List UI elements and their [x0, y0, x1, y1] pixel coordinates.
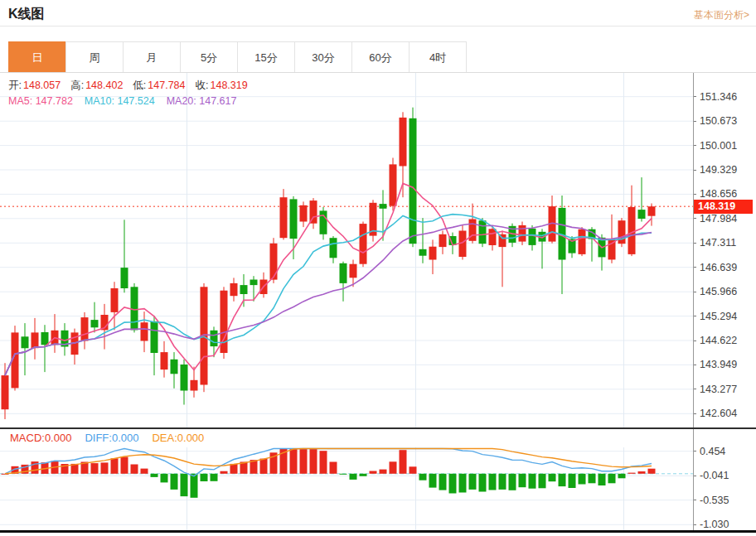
tab-hour4[interactable]: 4时 [409, 41, 467, 73]
candlestick-chart[interactable] [0, 73, 693, 427]
ma20-line [5, 223, 652, 375]
macd-readout: MACD:0.000DIFF:0.000DEA:0.000 [10, 432, 204, 444]
macd-axis-label: -1.030 [693, 519, 729, 531]
macd-axis-label: -0.535 [693, 494, 729, 506]
current-price-badge: 148.319 [694, 200, 753, 214]
price-axis-label: 148.656 [693, 188, 737, 200]
ma-item: MA10: 147.524 [85, 95, 155, 107]
kline-widget: K线图 基本面分析> 日周月5分15分30分60分4时 开:148.057高:1… [0, 0, 756, 536]
tab-min30[interactable]: 30分 [294, 41, 352, 73]
ohlc-readout: 开:148.057高:148.402低:147.784收:148.319 [8, 79, 248, 93]
ma-readout: MA5: 147.782MA10: 147.524MA20: 147.617 [8, 95, 236, 107]
tab-day[interactable]: 日 [8, 41, 66, 73]
macd-axis-label: 0.454 [693, 445, 725, 457]
tab-month[interactable]: 月 [123, 41, 181, 73]
price-axis-label: 144.622 [693, 335, 737, 347]
period-tabbar: 日周月5分15分30分60分4时 [8, 41, 467, 73]
price-axis-label: 150.001 [693, 139, 737, 152]
ohlc-item: 低:147.784 [133, 79, 185, 93]
macd-item: DIFF:0.000 [85, 432, 138, 444]
price-axis-label: 146.639 [693, 261, 737, 273]
price-axis-label: 150.673 [693, 115, 737, 128]
price-axis-label: 147.984 [693, 212, 737, 225]
tab-min5[interactable]: 5分 [180, 41, 238, 73]
page-title: K线图 [8, 6, 45, 23]
widget-header: K线图 基本面分析> [0, 0, 756, 27]
price-axis-label: 145.966 [693, 286, 737, 298]
price-axis-label: 147.311 [693, 237, 736, 249]
price-axis-label: 142.604 [693, 408, 737, 420]
tab-min15[interactable]: 15分 [237, 41, 295, 73]
tab-week[interactable]: 周 [65, 41, 124, 73]
price-axis-label: 143.277 [693, 383, 737, 395]
axis-line [693, 73, 694, 532]
fundamental-analysis-link[interactable]: 基本面分析> [694, 8, 749, 22]
macd-chart[interactable] [0, 447, 693, 530]
panel-divider [0, 427, 756, 429]
bottom-border [0, 530, 756, 533]
price-axis-label: 151.346 [693, 90, 737, 103]
ma-item: MA20: 147.617 [167, 95, 237, 107]
ohlc-item: 开:148.057 [8, 79, 61, 93]
macd-item: DEA:0.000 [152, 432, 204, 444]
price-axis-label: 149.329 [693, 164, 737, 176]
macd-axis-label: -0.041 [693, 470, 729, 482]
tab-min60[interactable]: 60分 [351, 41, 410, 73]
price-axis-label: 143.949 [693, 359, 737, 371]
ohlc-item: 收:148.319 [196, 79, 248, 93]
macd-item: MACD:0.000 [10, 432, 71, 444]
ma-item: MA5: 147.782 [8, 95, 73, 107]
price-axis-label: 145.294 [693, 310, 737, 322]
ohlc-item: 高:148.402 [70, 79, 123, 93]
candles-layer [2, 108, 656, 419]
